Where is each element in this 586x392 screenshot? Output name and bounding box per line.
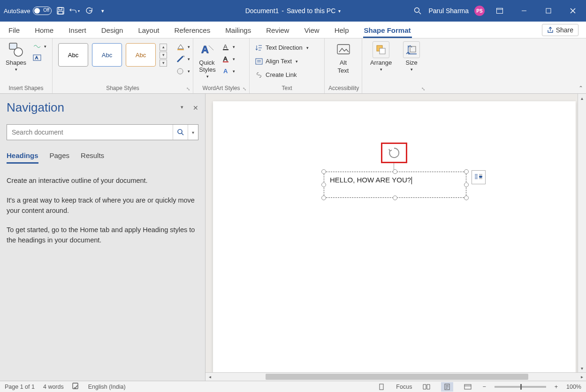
nav-close-icon[interactable]: ✕ <box>193 104 198 112</box>
focus-label[interactable]: Focus <box>396 384 412 390</box>
text-outline-button[interactable]: A▾ <box>221 54 237 64</box>
tab-help[interactable]: Help <box>334 23 350 38</box>
save-status-chevron-icon[interactable]: ▾ <box>338 8 341 14</box>
maximize-icon[interactable] <box>539 4 558 18</box>
tab-mailings[interactable]: Mailings <box>224 23 252 38</box>
undo-icon[interactable]: ▾ <box>69 6 80 16</box>
shape-outline-button[interactable]: ▾ <box>175 54 192 64</box>
document-page[interactable]: HELLO, HOW ARE YOU? <box>213 101 576 373</box>
text-direction-button[interactable]: Text Direction▾ <box>253 43 311 52</box>
resize-handle-e[interactable] <box>464 182 469 187</box>
nav-tab-results[interactable]: Results <box>81 149 104 164</box>
search-submit-icon[interactable] <box>173 125 188 140</box>
text-fill-button[interactable]: A▾ <box>221 42 237 52</box>
scroll-left-icon[interactable]: ◂ <box>205 374 214 379</box>
print-layout-icon[interactable] <box>441 382 453 392</box>
resize-handle-se[interactable] <box>464 196 469 200</box>
text-box[interactable]: HELLO, HOW ARE YOU? <box>324 172 466 198</box>
gallery-down-icon[interactable]: ▾ <box>160 52 167 59</box>
tab-home[interactable]: Home <box>34 23 54 38</box>
resize-handle-s[interactable] <box>393 196 397 200</box>
ribbon-display-icon[interactable] <box>490 4 509 18</box>
status-page[interactable]: Page 1 of 1 <box>5 384 35 390</box>
style-preset-3[interactable]: Abc <box>126 43 156 67</box>
status-language[interactable]: English (India) <box>88 384 126 390</box>
minimize-icon[interactable] <box>515 4 533 18</box>
tab-insert[interactable]: Insert <box>68 23 87 38</box>
zoom-out-icon[interactable]: − <box>482 384 486 390</box>
search-input[interactable] <box>7 125 173 140</box>
shapes-gallery-button[interactable]: Shapes▾ <box>4 40 28 73</box>
svg-rect-25 <box>380 384 383 390</box>
tab-layout[interactable]: Layout <box>137 23 160 38</box>
resize-handle-n[interactable] <box>393 169 397 174</box>
tab-view[interactable]: View <box>303 23 320 38</box>
alt-text-button[interactable]: Alt Text <box>333 40 354 75</box>
autosave-toggle[interactable]: AutoSave Off <box>4 7 52 15</box>
zoom-in-icon[interactable]: + <box>555 384 558 390</box>
style-preset-2[interactable]: Abc <box>92 43 122 67</box>
status-proofing-icon[interactable] <box>72 383 80 391</box>
shape-effects-button[interactable]: ▾ <box>175 67 192 76</box>
focus-mode-button[interactable] <box>375 382 388 392</box>
vertical-scrollbar[interactable]: ▴ ▾ <box>578 94 586 372</box>
share-button[interactable]: Share <box>542 24 578 36</box>
svg-rect-1 <box>59 8 62 10</box>
nav-tab-headings[interactable]: Headings <box>7 149 38 164</box>
tab-references[interactable]: References <box>173 23 211 38</box>
nav-tab-pages[interactable]: Pages <box>50 149 70 164</box>
search-options-icon[interactable]: ▾ <box>188 125 198 140</box>
rotate-handle-highlight[interactable] <box>381 143 407 163</box>
collapse-ribbon-icon[interactable]: ⌃ <box>578 85 583 91</box>
scroll-up-icon[interactable]: ▴ <box>578 94 586 102</box>
resize-handle-ne[interactable] <box>464 169 469 174</box>
style-preset-1[interactable]: Abc <box>58 43 88 67</box>
arrange-button[interactable]: Arrange▾ <box>368 40 394 73</box>
redo-icon[interactable] <box>84 6 94 16</box>
save-icon[interactable] <box>55 6 66 16</box>
gallery-up-icon[interactable]: ▴ <box>160 44 167 51</box>
size-button[interactable]: Size▾ <box>401 40 422 73</box>
tab-file[interactable]: File <box>8 23 21 38</box>
wordart-launcher-icon[interactable]: ⤡ <box>241 85 248 92</box>
edit-shape-button[interactable]: ▾ <box>31 42 48 51</box>
customize-qat-icon[interactable]: ▾ <box>98 6 108 16</box>
layout-options-button[interactable] <box>472 170 486 184</box>
textbox-content[interactable]: HELLO, HOW ARE YOU? <box>330 176 411 184</box>
text-effects-button[interactable]: A▾ <box>221 67 237 76</box>
tab-design[interactable]: Design <box>100 23 124 38</box>
shape-fill-button[interactable]: ▾ <box>175 42 192 52</box>
close-icon[interactable] <box>563 4 582 18</box>
read-mode-icon[interactable] <box>420 382 433 392</box>
resize-handle-sw[interactable] <box>321 196 326 200</box>
zoom-slider[interactable] <box>495 386 546 388</box>
search-icon[interactable] <box>412 6 423 16</box>
draw-textbox-button[interactable]: A <box>31 53 48 62</box>
nav-options-icon[interactable]: ▾ <box>181 104 183 112</box>
document-area: HELLO, HOW ARE YOU? ▴ ▾ ◂ ▸ <box>205 94 586 381</box>
scroll-down-icon[interactable]: ▾ <box>578 364 586 372</box>
user-name[interactable]: Parul Sharma <box>428 7 469 15</box>
save-status[interactable]: Saved to this PC <box>287 7 335 15</box>
quick-styles-button[interactable]: A Quick Styles▾ <box>197 40 218 80</box>
tab-shape-format[interactable]: Shape Format <box>363 23 412 38</box>
create-link-button[interactable]: Create Link <box>253 70 311 79</box>
align-text-button[interactable]: Align Text▾ <box>253 57 311 66</box>
zoom-level[interactable]: 100% <box>566 384 581 390</box>
scroll-track[interactable] <box>214 373 578 381</box>
scroll-right-icon[interactable]: ▸ <box>578 374 586 379</box>
resize-handle-w[interactable] <box>321 182 326 187</box>
shape-styles-launcher-icon[interactable]: ⤡ <box>185 85 191 92</box>
gallery-more-icon[interactable]: ▾ <box>160 60 167 67</box>
shape-style-gallery[interactable]: Abc Abc Abc ▴ ▾ ▾ <box>56 40 169 69</box>
resize-handle-nw[interactable] <box>321 169 326 174</box>
horizontal-scrollbar[interactable]: ◂ ▸ <box>205 372 586 381</box>
toggle-switch[interactable]: Off <box>33 7 52 15</box>
user-avatar[interactable]: PS <box>474 6 485 16</box>
search-box: ▾ <box>7 124 198 140</box>
tab-review[interactable]: Review <box>265 23 290 38</box>
size-launcher-icon[interactable]: ⤡ <box>420 85 426 92</box>
status-words[interactable]: 4 words <box>43 384 64 390</box>
scroll-thumb[interactable] <box>266 374 528 380</box>
web-layout-icon[interactable] <box>462 382 474 392</box>
